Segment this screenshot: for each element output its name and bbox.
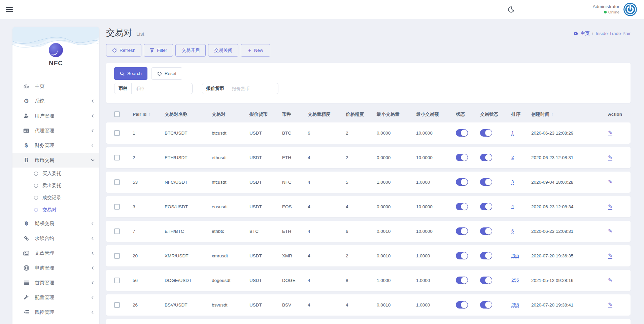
row-checkbox[interactable] (114, 204, 120, 210)
trade-close-button[interactable]: 交易关闭 (208, 44, 238, 57)
sidebar-item-3[interactable]: 代理管理 (12, 123, 99, 138)
sort-value-link[interactable]: 3 (511, 179, 514, 185)
sidebar-item-7[interactable]: 永续合约 (12, 231, 99, 246)
status-toggle (456, 301, 480, 309)
avatar[interactable] (623, 3, 637, 16)
chevron-left-icon (91, 311, 94, 314)
sidebar-item-0[interactable]: 主页 (12, 79, 99, 94)
user-block[interactable]: Administrator Online (592, 4, 619, 14)
sidebar-item-1[interactable]: ⚙系统 (12, 94, 99, 108)
cell-name: BTC/USDT (165, 131, 212, 136)
cell-min-volume: 0.0010 (377, 229, 416, 234)
cell-min-amount: 10.0000 (416, 204, 456, 209)
radio-circle-icon (34, 208, 38, 212)
row-checkbox[interactable] (114, 130, 120, 136)
cell-created-at: 2020-09-04 18:00:28 (531, 180, 608, 185)
table-row-7: 26BSV/USDTbsvusdtUSDTBSV440.00101.000025… (106, 294, 631, 316)
column-header-0[interactable]: Pair Id↑ (133, 112, 165, 117)
cell-pair: nfcusdt (212, 180, 249, 185)
table-row-6: 56DOGE/USDTdogeusdtUSDTDOGE481.00001.000… (106, 270, 631, 291)
cell-coin: ETH (282, 155, 308, 160)
row-checkbox[interactable] (114, 228, 120, 234)
cell-pair: dogeusdt (212, 278, 249, 283)
sidebar-item-10[interactable]: 首页管理 (12, 275, 99, 290)
wrench-icon (23, 295, 30, 300)
filter-button[interactable]: Filter (144, 44, 173, 57)
newspaper-icon (23, 251, 30, 256)
sort-value-link[interactable]: 1 (511, 130, 514, 136)
sort-value-link[interactable]: 4 (511, 204, 514, 209)
sort-value-link[interactable]: 255 (511, 253, 519, 258)
edit-pencil-icon[interactable]: ✎ (608, 302, 612, 308)
search-button[interactable]: Search (114, 67, 147, 80)
column-header-6: 价格精度 (346, 111, 377, 117)
sidebar-item-9[interactable]: 申购管理 (12, 260, 99, 275)
cell-pair-id: 26 (133, 302, 165, 308)
cell-coin: BSV (282, 302, 308, 308)
chevron-down-icon (91, 158, 95, 162)
cell-pair: eosusdt (212, 204, 249, 209)
row-checkbox[interactable] (114, 278, 120, 283)
chevron-left-icon (91, 222, 94, 225)
row-checkbox[interactable] (114, 155, 120, 160)
cell-pair: xmrusdt (212, 253, 249, 258)
sidebar-subitem-5-1[interactable]: 卖出委托 (12, 180, 99, 192)
row-checkbox[interactable] (114, 179, 120, 185)
new-button[interactable]: + New (241, 44, 270, 57)
reset-button[interactable]: Reset (151, 67, 182, 80)
sort-value-link[interactable]: 2 (511, 155, 514, 160)
sort-asc-icon: ↑ (148, 112, 150, 117)
cell-price-precision: 4 (346, 302, 377, 308)
refresh-icon (112, 48, 117, 53)
edit-pencil-icon[interactable]: ✎ (608, 154, 612, 160)
radio-circle-icon (34, 196, 38, 200)
edit-pencil-icon[interactable]: ✎ (608, 130, 612, 136)
edit-pencil-icon[interactable]: ✎ (608, 228, 612, 234)
cell-volume-precision: 4 (308, 253, 346, 258)
select-all-checkbox[interactable] (114, 111, 120, 117)
cell-min-amount: 10.0000 (416, 131, 456, 136)
sidebar-item-label: 风控管理 (35, 309, 91, 316)
quote-filter-group: 报价货币 (202, 83, 278, 94)
sidebar-item-2[interactable]: 用户管理 (12, 108, 99, 123)
sidebar-subitem-5-0[interactable]: 买入委托 (12, 168, 99, 180)
sidebar-subitem-5-3[interactable]: 交易对 (12, 204, 99, 216)
sidebar-item-4[interactable]: $财务管理 (12, 138, 99, 153)
cell-min-volume: 0.0000 (377, 131, 416, 136)
column-header-12[interactable]: 创建时间↑ (531, 111, 608, 117)
sidebar-toggle-icon[interactable] (6, 7, 13, 12)
sidebar-item-13[interactable]: 矿机管理 (12, 320, 99, 324)
cell-created-at: 2020-07-20 19:38:41 (531, 302, 608, 308)
user-name: Administrator (592, 4, 619, 10)
cell-volume-precision: 4 (308, 229, 346, 234)
refresh-button[interactable]: Refresh (106, 44, 141, 57)
sidebar-item-6[interactable]: ฿期权交易 (12, 216, 99, 231)
row-checkbox[interactable] (114, 253, 120, 259)
sort-value-link[interactable]: 6 (511, 228, 514, 234)
sidebar-item-8[interactable]: 文章管理 (12, 246, 99, 260)
chevron-left-icon (91, 251, 94, 255)
edit-pencil-icon[interactable]: ✎ (608, 277, 612, 283)
coin-filter-input[interactable] (132, 83, 179, 94)
dark-mode-toggle[interactable] (505, 3, 517, 15)
cell-pair: bsvusdt (212, 302, 249, 308)
trade-open-button[interactable]: 交易开启 (175, 44, 206, 57)
cell-min-amount: 1.0000 (416, 278, 456, 283)
sidebar-item-11[interactable]: 配置管理 (12, 290, 99, 305)
cell-min-amount: 10.0000 (416, 229, 456, 234)
sort-value-link[interactable]: 255 (511, 302, 519, 308)
sort-value-link[interactable]: 255 (511, 278, 519, 283)
cell-pair-id: 3 (133, 204, 165, 209)
quote-filter-input[interactable] (228, 83, 272, 94)
sidebar-subitem-5-2[interactable]: 成交记录 (12, 192, 99, 204)
sidebar-item-5[interactable]: B币币交易 (12, 153, 99, 168)
edit-pencil-icon[interactable]: ✎ (608, 204, 612, 210)
breadcrumb-home-link[interactable]: 主页 (573, 31, 589, 37)
cell-pair: btcusdt (212, 131, 249, 136)
cell-volume-precision: 4 (308, 302, 346, 308)
column-header-8: 最小交易额 (416, 111, 456, 117)
edit-pencil-icon[interactable]: ✎ (608, 253, 612, 259)
row-checkbox[interactable] (114, 302, 120, 308)
sidebar-item-12[interactable]: 风控管理 (12, 305, 99, 320)
edit-pencil-icon[interactable]: ✎ (608, 179, 612, 185)
